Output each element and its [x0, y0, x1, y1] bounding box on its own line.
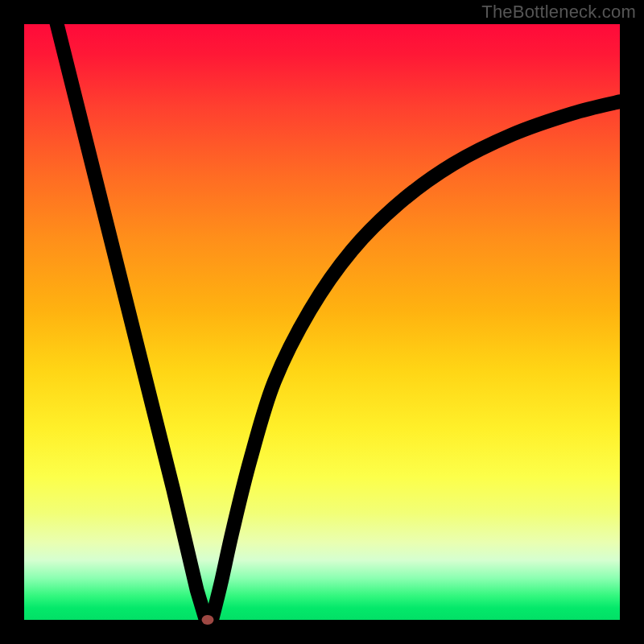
vertex-marker-dot	[201, 615, 213, 625]
plot-area	[24, 24, 620, 620]
curve-svg	[24, 24, 620, 620]
watermark-text: TheBottleneck.com	[481, 2, 636, 23]
chart-stage: TheBottleneck.com	[0, 0, 644, 644]
curve-left-segment	[54, 12, 206, 620]
curve-right-segment	[212, 101, 620, 620]
